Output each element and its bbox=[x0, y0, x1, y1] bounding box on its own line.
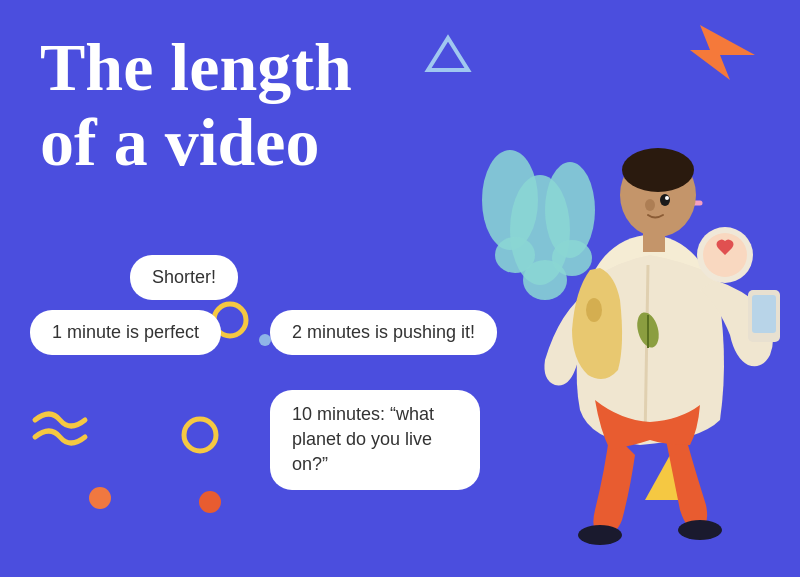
svg-point-17 bbox=[620, 153, 696, 237]
svg-rect-24 bbox=[752, 295, 776, 333]
title-line2: of a video bbox=[40, 104, 320, 180]
svg-point-16 bbox=[585, 235, 715, 385]
svg-point-21 bbox=[634, 310, 663, 350]
svg-marker-14 bbox=[645, 455, 695, 500]
svg-point-11 bbox=[184, 419, 216, 451]
svg-point-3 bbox=[495, 237, 535, 273]
svg-point-30 bbox=[645, 199, 655, 211]
svg-point-1 bbox=[510, 175, 570, 285]
svg-point-28 bbox=[678, 520, 722, 540]
svg-point-4 bbox=[523, 260, 567, 300]
svg-marker-6 bbox=[690, 25, 755, 80]
svg-point-2 bbox=[545, 162, 595, 258]
svg-point-12 bbox=[89, 487, 111, 509]
svg-point-31 bbox=[660, 194, 670, 206]
svg-point-26 bbox=[703, 233, 747, 277]
svg-point-25 bbox=[697, 227, 753, 283]
svg-point-27 bbox=[578, 525, 622, 545]
svg-point-0 bbox=[482, 150, 538, 250]
page-title: The length of a video bbox=[40, 30, 352, 180]
svg-marker-7 bbox=[428, 38, 468, 70]
svg-point-32 bbox=[665, 196, 669, 200]
title-line1: The length bbox=[40, 29, 352, 105]
svg-point-18 bbox=[622, 148, 694, 192]
svg-rect-23 bbox=[748, 290, 780, 342]
main-container: The length of a video Shorter! 1 minute … bbox=[0, 0, 800, 577]
svg-line-20 bbox=[645, 265, 648, 440]
svg-point-29 bbox=[586, 298, 602, 322]
bubble-2min: 2 minutes is pushing it! bbox=[270, 310, 497, 355]
bubble-shorter: Shorter! bbox=[130, 255, 238, 300]
svg-rect-19 bbox=[643, 232, 665, 252]
svg-point-5 bbox=[552, 240, 592, 276]
bubble-10min: 10 minutes: “what planet do you live on?… bbox=[270, 390, 480, 490]
svg-point-13 bbox=[199, 491, 221, 513]
bubble-1min: 1 minute is perfect bbox=[30, 310, 221, 355]
